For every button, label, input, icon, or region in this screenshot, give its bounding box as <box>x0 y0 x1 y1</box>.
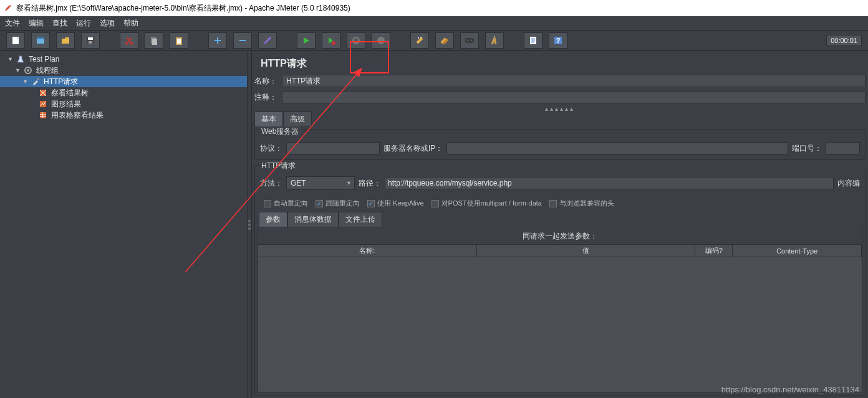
tree-thread-group[interactable]: ▼ 线程组 <box>0 65 247 76</box>
copy-button[interactable] <box>145 32 163 49</box>
save-button[interactable] <box>81 32 100 49</box>
server-input[interactable] <box>446 142 788 154</box>
menu-search[interactable]: 查找 <box>52 18 67 29</box>
cb-auto-redirect[interactable]: 自动重定向 <box>264 199 308 208</box>
comment-row: 注释： <box>252 89 868 105</box>
col-name[interactable]: 名称: <box>258 245 477 257</box>
cb-multipart[interactable]: 对POST使用multipart / form-data <box>432 199 542 208</box>
comment-label: 注释： <box>254 92 278 103</box>
find-button[interactable] <box>460 32 479 49</box>
new-button[interactable] <box>6 32 25 49</box>
port-input[interactable] <box>826 142 860 154</box>
menubar: 文件 编辑 查找 运行 选项 帮助 <box>0 16 868 30</box>
tab-basic[interactable]: 基本 <box>254 111 283 127</box>
tree-http-request[interactable]: ▼ HTTP请求 <box>0 76 247 87</box>
chevron-down-icon[interactable]: ▼ <box>7 56 14 62</box>
checkbox-icon: ✓ <box>316 200 323 207</box>
chevron-down-icon[interactable]: ▼ <box>15 67 21 73</box>
menu-run[interactable]: 运行 <box>76 18 91 29</box>
templates-button[interactable] <box>31 32 50 49</box>
timer: 00:00:01 <box>826 35 862 46</box>
gear-icon <box>24 66 34 75</box>
svg-rect-5 <box>89 41 92 44</box>
tree-test-plan[interactable]: ▼ Test Plan <box>0 54 247 65</box>
col-content-type[interactable]: Content-Type <box>733 245 862 257</box>
col-value[interactable]: 值 <box>477 245 696 257</box>
comment-input[interactable] <box>282 91 866 103</box>
svg-point-15 <box>377 37 385 44</box>
collapse-grip[interactable]: ▴▴▴▴▴▴ <box>252 105 868 111</box>
shutdown-button[interactable] <box>372 32 390 49</box>
clear-all-button[interactable] <box>435 32 454 49</box>
svg-rect-20 <box>530 37 536 44</box>
clear-button[interactable] <box>410 32 429 49</box>
menu-options[interactable]: 选项 <box>100 18 115 29</box>
flask-icon <box>16 55 26 64</box>
cb-follow-redirect[interactable]: ✓跟随重定向 <box>316 199 360 208</box>
function-helper-button[interactable] <box>524 32 542 49</box>
cb-label: 对POST使用multipart / form-data <box>441 199 542 208</box>
workspace: ▼ Test Plan ▼ 线程组 ▼ HTTP请求 察看结果树 图形结果 用表… <box>0 51 868 398</box>
svg-rect-11 <box>177 39 181 44</box>
svg-rect-9 <box>152 39 157 45</box>
panel-title: HTTP请求 <box>252 55 868 73</box>
toolbar: ? 00:00:01 <box>0 30 868 51</box>
web-server-fieldset: Web服务器 协议： 服务器名称或IP： 端口号： <box>254 130 866 160</box>
cb-label: 自动重定向 <box>274 199 308 208</box>
params-title: 同请求一起发送参数： <box>258 227 862 245</box>
col-encode[interactable]: 编码? <box>695 245 733 257</box>
cut-button[interactable] <box>120 32 138 49</box>
tab-params[interactable]: 参数 <box>259 212 287 227</box>
tab-advanced[interactable]: 高级 <box>283 111 312 127</box>
tree-label: Test Plan <box>29 55 59 64</box>
tree-view-results-tree[interactable]: 察看结果树 <box>0 87 247 98</box>
tree-pane: ▼ Test Plan ▼ 线程组 ▼ HTTP请求 察看结果树 图形结果 用表… <box>0 51 247 398</box>
svg-point-17 <box>420 37 422 38</box>
stop-button[interactable] <box>347 32 365 49</box>
svg-rect-28 <box>40 112 46 118</box>
cb-keepalive[interactable]: ✓使用 KeepAlive <box>367 199 424 208</box>
svg-point-12 <box>332 41 335 45</box>
checkbox-icon: ✓ <box>367 200 375 207</box>
svg-rect-14 <box>354 39 358 42</box>
checkbox-icon <box>432 200 439 207</box>
content-label: 内容编 <box>837 178 860 189</box>
reset-search-button[interactable] <box>485 32 504 49</box>
method-value: GET <box>291 179 306 187</box>
tree-graph-results[interactable]: 图形结果 <box>0 98 247 110</box>
menu-help[interactable]: 帮助 <box>123 18 138 29</box>
tab-files[interactable]: 文件上传 <box>339 212 382 227</box>
chevron-down-icon[interactable]: ▼ <box>22 78 29 85</box>
cb-browser-headers[interactable]: 与浏览器兼容的头 <box>549 199 614 208</box>
svg-point-16 <box>418 37 419 39</box>
menu-edit[interactable]: 编辑 <box>29 18 44 29</box>
port-label: 端口号： <box>792 143 822 154</box>
paste-button[interactable] <box>170 32 188 49</box>
add-button[interactable] <box>208 32 227 49</box>
tree-table-results[interactable]: 用表格察看结果 <box>0 110 247 121</box>
open-button[interactable] <box>56 32 75 49</box>
graph-icon <box>39 100 49 108</box>
toggle-button[interactable] <box>258 32 277 49</box>
protocol-label: 协议： <box>260 143 282 154</box>
start-no-timers-button[interactable] <box>322 32 340 49</box>
path-label: 路径： <box>359 178 381 189</box>
method-select[interactable]: GET <box>286 176 355 190</box>
remove-button[interactable] <box>233 32 252 49</box>
svg-rect-4 <box>88 37 93 40</box>
menu-file[interactable]: 文件 <box>5 18 20 29</box>
checkbox-row: 自动重定向 ✓跟随重定向 ✓使用 KeepAlive 对POST使用multip… <box>255 195 865 212</box>
tree-label: 线程组 <box>36 65 59 76</box>
name-row: 名称： <box>252 73 868 89</box>
name-input[interactable] <box>282 75 866 87</box>
help-button[interactable]: ? <box>549 32 567 49</box>
params-table-body[interactable] <box>258 257 862 392</box>
web-server-legend: Web服务器 <box>259 126 301 137</box>
splitter[interactable] <box>247 51 252 398</box>
tree-label: HTTP请求 <box>44 77 78 87</box>
start-button[interactable] <box>297 32 316 49</box>
protocol-input[interactable] <box>286 142 380 154</box>
path-input[interactable] <box>385 177 834 189</box>
params-table-header: 名称: 值 编码? Content-Type <box>258 245 862 257</box>
tab-body[interactable]: 消息体数据 <box>287 212 339 227</box>
